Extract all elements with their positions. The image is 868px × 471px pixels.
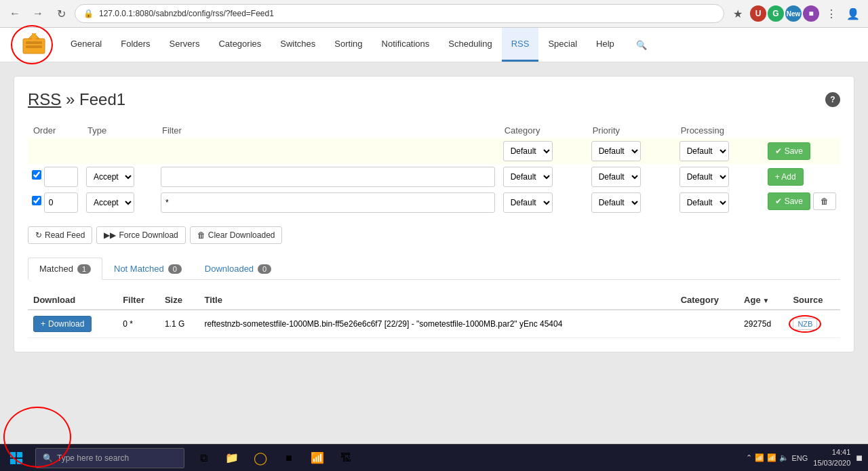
row3-check: [28, 190, 82, 216]
row3-processing: Default: [675, 190, 764, 216]
help-icon[interactable]: ?: [825, 92, 840, 107]
page-title-area: RSS » Feed1 ?: [28, 90, 840, 109]
svg-rect-4: [32, 33, 36, 40]
row1-processing: Default: [675, 138, 764, 164]
row3-filter-input[interactable]: [161, 192, 495, 213]
ext-icon-3[interactable]: ■: [803, 5, 819, 22]
clear-downloaded-button[interactable]: 🗑 Clear Downloaded: [190, 226, 283, 244]
profile-button[interactable]: 👤: [844, 4, 863, 23]
row1-type: [82, 138, 157, 164]
row2-priority-select[interactable]: Default: [591, 167, 641, 187]
tab-list: Matched 1 Not Matched 0 Downloaded 0: [28, 258, 840, 280]
row3-save-button[interactable]: ✔ Save: [768, 192, 810, 210]
row3-type: Accept: [82, 190, 157, 216]
nav-search-button[interactable]: 🔍: [629, 28, 654, 62]
ext-icon-1[interactable]: U: [750, 5, 766, 22]
nav-sorting[interactable]: Sorting: [325, 28, 372, 62]
tab-not-matched[interactable]: Not Matched 0: [102, 258, 193, 280]
tab-matched[interactable]: Matched 1: [28, 258, 102, 280]
result-filter: 0 *: [117, 310, 159, 338]
row1-category-select[interactable]: Default: [503, 141, 553, 161]
nav-links: General Folders Servers Categories Switc…: [61, 28, 624, 62]
result-size: 1.1 G: [159, 310, 199, 338]
address-bar[interactable]: 🔒 127.0.0.1:8080/sabnzbd/config/rss/?fee…: [75, 4, 724, 23]
row1-category: Default: [499, 138, 587, 164]
force-download-button[interactable]: ▶▶ Force Download: [96, 226, 185, 244]
matched-badge: 1: [77, 264, 91, 274]
url-text: 127.0.0.1:8080/sabnzbd/config/rss/?feed=…: [99, 9, 274, 18]
reload-button[interactable]: ↻: [52, 4, 71, 23]
read-feed-button[interactable]: ↻ Read Feed: [28, 226, 92, 244]
nav-folders[interactable]: Folders: [111, 28, 159, 62]
nav-general[interactable]: General: [61, 28, 111, 62]
row2-add-button[interactable]: + Add: [768, 168, 804, 186]
row2-filter-input[interactable]: [161, 167, 495, 187]
col-order: Order: [28, 123, 82, 138]
result-source: NZB: [787, 310, 840, 338]
col-type: Type: [82, 123, 157, 138]
tab-downloaded[interactable]: Downloaded 0: [193, 258, 283, 280]
menu-button[interactable]: ⋮: [822, 4, 841, 23]
ext-icon-2[interactable]: G: [768, 5, 784, 22]
row1-processing-select[interactable]: Default: [679, 141, 729, 161]
col-download: Download: [28, 291, 117, 310]
ext-icon-new[interactable]: New: [785, 5, 802, 22]
nav-help[interactable]: Help: [587, 28, 624, 62]
row1-filter: [157, 138, 499, 164]
page-title: RSS » Feed1: [28, 90, 125, 109]
row1-save-button[interactable]: ✔ Save: [768, 142, 810, 160]
download-button[interactable]: + Download: [33, 316, 92, 332]
results-table: Download Filter Size Title Category Age …: [28, 291, 840, 338]
row3-delete-button[interactable]: 🗑: [813, 192, 836, 210]
extension-icons: U G New ■: [750, 5, 819, 22]
row1-priority-select[interactable]: Default: [591, 141, 641, 161]
row3-checkbox[interactable]: [32, 196, 41, 205]
row2-filter: [157, 164, 499, 190]
nzb-source-link[interactable]: NZB: [793, 318, 817, 330]
nav-scheduling[interactable]: Scheduling: [439, 28, 501, 62]
row2-order-input[interactable]: [44, 167, 78, 187]
nav-categories[interactable]: Categories: [209, 28, 271, 62]
filter-row-default: Default Default Default: [28, 138, 840, 164]
row1-save-cell: ✔ Save: [764, 138, 840, 164]
plus-circle-icon: +: [41, 319, 45, 329]
filter-row-3: Accept Default Default: [28, 190, 840, 216]
row2-category: Default: [499, 164, 587, 190]
row2-checkbox[interactable]: [32, 170, 41, 180]
result-title: reftestnzb-sometestfile-1000MB.bin-ff5e2…: [199, 310, 675, 338]
lock-icon: 🔒: [83, 9, 94, 18]
col-age[interactable]: Age: [738, 291, 787, 310]
svg-rect-1: [26, 41, 42, 44]
col-actions: [764, 123, 840, 138]
nav-special[interactable]: Special: [538, 28, 587, 62]
nav-switches[interactable]: Switches: [271, 28, 325, 62]
app-logo: [20, 32, 47, 56]
filter-row-2: Accept Default Default: [28, 164, 840, 190]
bookmark-button[interactable]: ★: [728, 4, 747, 23]
col-title: Title: [199, 291, 675, 310]
row2-type-select[interactable]: Accept: [86, 167, 134, 187]
row2-priority: Default: [587, 164, 675, 190]
table-row: + Download 0 * 1.1 G reftestnzb-sometest…: [28, 310, 840, 338]
nav-notifications[interactable]: Notifications: [372, 28, 439, 62]
row3-order-input[interactable]: [44, 192, 78, 213]
row3-type-select[interactable]: Accept: [86, 192, 134, 213]
row2-add-cell: + Add: [764, 164, 840, 190]
row3-category: Default: [499, 190, 587, 216]
forward-button[interactable]: →: [28, 4, 47, 23]
read-feed-icon: ↻: [35, 230, 42, 240]
row3-priority-select[interactable]: Default: [591, 192, 641, 213]
row2-category-select[interactable]: Default: [503, 167, 553, 187]
force-download-icon: ▶▶: [104, 230, 116, 240]
rss-breadcrumb[interactable]: RSS: [28, 90, 61, 108]
back-button[interactable]: ←: [5, 4, 24, 23]
not-matched-badge: 0: [168, 264, 182, 274]
row3-category-select[interactable]: Default: [503, 192, 553, 213]
nav-rss[interactable]: RSS: [502, 28, 539, 62]
row2-processing-select[interactable]: Default: [679, 167, 729, 187]
results-header-row: Download Filter Size Title Category Age …: [28, 291, 840, 310]
checkmark-icon-3: ✔: [775, 197, 782, 206]
row3-processing-select[interactable]: Default: [679, 192, 729, 213]
nav-servers[interactable]: Servers: [160, 28, 210, 62]
row2-type: Accept: [82, 164, 157, 190]
